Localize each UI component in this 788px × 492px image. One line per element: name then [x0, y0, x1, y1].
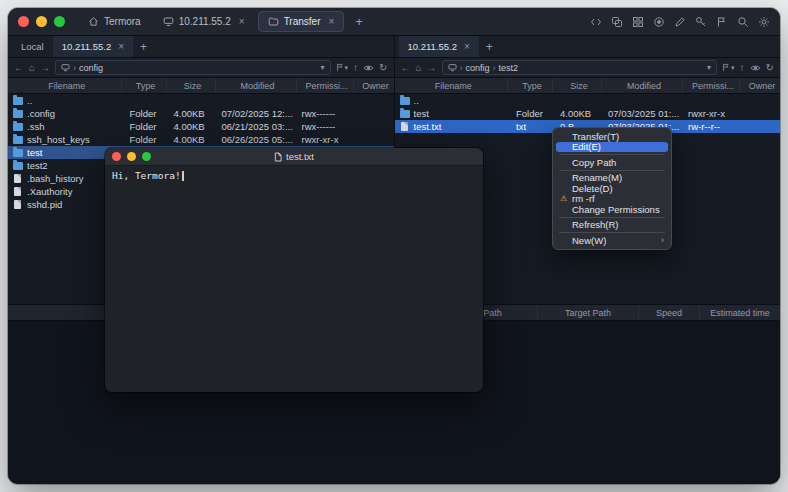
- home-icon[interactable]: ⌂: [416, 63, 422, 73]
- forward-icon[interactable]: →: [40, 63, 50, 73]
- menu-item[interactable]: [559, 232, 665, 233]
- file-row[interactable]: .ssh Folder 4.00KB 06/21/2025 03:... rwx…: [8, 120, 394, 133]
- new-tab-button[interactable]: +: [133, 40, 154, 54]
- editor-content[interactable]: Hi, Termora!: [105, 166, 483, 392]
- menu-item[interactable]: Edit(E): [556, 142, 668, 153]
- close-button[interactable]: [112, 152, 121, 161]
- bookmark-icon[interactable]: ▾: [336, 63, 349, 72]
- back-icon[interactable]: ←: [14, 63, 24, 73]
- tab-remote-host[interactable]: 10.211.55.2 ×: [53, 36, 133, 57]
- file-modified: 07/02/2025 12:...: [218, 107, 298, 120]
- column-header[interactable]: Permissi...: [296, 78, 353, 93]
- editor-title-bar[interactable]: test.txt: [105, 148, 483, 166]
- menu-item[interactable]: Rename(M): [556, 173, 668, 184]
- refresh-icon[interactable]: ↻: [766, 63, 774, 73]
- close-icon[interactable]: ×: [464, 41, 470, 52]
- file-icon: [14, 174, 21, 183]
- menu-item[interactable]: ⚠ rm -rf: [556, 194, 668, 205]
- column-header[interactable]: Size: [552, 78, 601, 93]
- menu-item[interactable]: [559, 217, 665, 218]
- column-header[interactable]: Type: [121, 78, 166, 93]
- path-field[interactable]: › config ▾: [55, 60, 331, 75]
- menu-item[interactable]: [559, 170, 665, 171]
- minimize-button[interactable]: [127, 152, 136, 161]
- minimize-button[interactable]: [36, 16, 47, 27]
- chevron-down-icon[interactable]: ▾: [707, 63, 711, 72]
- file-modified: 07/03/2025 01:...: [604, 107, 684, 120]
- column-header[interactable]: Size: [166, 78, 215, 93]
- code-icon[interactable]: [590, 16, 602, 28]
- column-header[interactable]: Modified: [215, 78, 296, 93]
- bookmark-icon[interactable]: ▾: [722, 63, 735, 72]
- new-tab-button[interactable]: +: [348, 14, 370, 29]
- column-header[interactable]: Target Path: [537, 305, 638, 320]
- close-icon[interactable]: ×: [329, 16, 335, 27]
- file-owner: [354, 107, 394, 120]
- copy-icon[interactable]: [611, 16, 623, 28]
- computer-icon: [61, 63, 70, 72]
- file-row[interactable]: test Folder 4.00KB 07/03/2025 01:... rwx…: [395, 107, 781, 120]
- parent-dir-icon[interactable]: ↑: [353, 63, 358, 73]
- tab-host[interactable]: 10.211.55.2 ×: [154, 12, 254, 31]
- zoom-button[interactable]: [54, 16, 65, 27]
- back-icon[interactable]: ←: [401, 63, 411, 73]
- close-icon[interactable]: ×: [239, 16, 245, 27]
- chevron-down-icon[interactable]: ▾: [321, 63, 325, 72]
- record-icon[interactable]: [653, 16, 665, 28]
- menu-item[interactable]: Refresh(R): [556, 220, 668, 231]
- column-header[interactable]: Owner: [353, 78, 394, 93]
- file-row[interactable]: ssh_host_keys Folder 4.00KB 06/26/2025 0…: [8, 133, 394, 146]
- column-header[interactable]: Modified: [601, 78, 682, 93]
- parent-dir-icon[interactable]: ↑: [740, 63, 745, 73]
- home-icon: [88, 16, 99, 27]
- settings-icon[interactable]: [758, 16, 770, 28]
- file-name: .bash_history: [27, 173, 84, 184]
- eye-icon[interactable]: [363, 64, 374, 72]
- zoom-button[interactable]: [142, 152, 151, 161]
- refresh-icon[interactable]: ↻: [379, 63, 387, 73]
- path-field[interactable]: › config › test2 ▾: [442, 60, 718, 75]
- column-header[interactable]: Filename: [395, 78, 508, 93]
- search-icon[interactable]: [737, 16, 749, 28]
- folder-icon: [13, 123, 23, 131]
- breadcrumb-segment[interactable]: config: [466, 63, 490, 73]
- column-header[interactable]: Owner: [739, 78, 780, 93]
- breadcrumb-segment[interactable]: config: [79, 63, 103, 73]
- menu-item[interactable]: Transfer(T): [556, 131, 668, 142]
- menu-item[interactable]: Change Permissions...: [556, 204, 668, 215]
- close-icon[interactable]: ×: [118, 41, 124, 52]
- file-icon: [401, 122, 408, 131]
- column-header[interactable]: Filename: [8, 78, 121, 93]
- title-bar: Termora 10.211.55.2 × Transfer × +: [8, 8, 780, 36]
- eye-icon[interactable]: [750, 64, 761, 72]
- pencil-icon[interactable]: [674, 16, 686, 28]
- menu-item[interactable]: Delete(D): [556, 183, 668, 194]
- tab-remote-host[interactable]: 10.211.55.2 ×: [399, 36, 479, 57]
- file-row[interactable]: .config Folder 4.00KB 07/02/2025 12:... …: [8, 107, 394, 120]
- menu-item[interactable]: [559, 154, 665, 155]
- tab-local[interactable]: Local: [12, 36, 53, 57]
- close-button[interactable]: [18, 16, 29, 27]
- file-type: Folder: [126, 120, 170, 133]
- column-header[interactable]: Permissi...: [682, 78, 739, 93]
- home-icon[interactable]: ⌂: [29, 63, 35, 73]
- tab-termora[interactable]: Termora: [79, 12, 150, 31]
- menu-item[interactable]: New(W) ›: [556, 235, 668, 246]
- new-tab-button[interactable]: +: [479, 40, 500, 54]
- flag-icon[interactable]: [716, 16, 728, 28]
- column-header[interactable]: Speed: [638, 305, 699, 320]
- folder-icon: [400, 97, 410, 105]
- file-modified: 06/26/2025 05:...: [218, 133, 298, 146]
- column-header[interactable]: Type: [507, 78, 552, 93]
- file-row[interactable]: ..: [8, 94, 394, 107]
- tab-transfer[interactable]: Transfer ×: [258, 11, 345, 32]
- left-column-headers: Filename Type Size Modified Permissi... …: [8, 78, 394, 94]
- grid-icon[interactable]: [632, 16, 644, 28]
- file-row[interactable]: ..: [395, 94, 781, 107]
- menu-item[interactable]: Copy Path: [556, 157, 668, 168]
- forward-icon[interactable]: →: [427, 63, 437, 73]
- key-icon[interactable]: [695, 16, 707, 28]
- file-size: 4.00KB: [556, 107, 604, 120]
- column-header[interactable]: Estimated time: [699, 305, 780, 320]
- breadcrumb-segment[interactable]: test2: [499, 63, 519, 73]
